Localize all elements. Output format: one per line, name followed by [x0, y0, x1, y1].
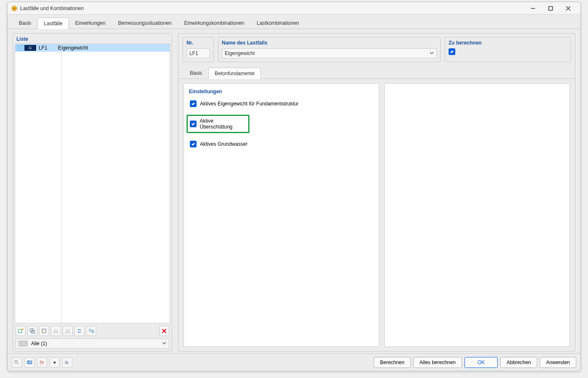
tab-lastkombinationen[interactable]: Lastkombinationen	[250, 17, 305, 29]
anwenden-button[interactable]: Anwenden	[540, 357, 576, 368]
app-icon	[11, 5, 18, 12]
tab-lastfaelle[interactable]: Lastfälle	[37, 18, 69, 29]
group-nr: Nr. LF1	[183, 37, 214, 62]
svg-point-15	[53, 361, 55, 363]
filter-swatch	[18, 341, 28, 346]
ok-button[interactable]: OK	[465, 357, 498, 368]
search-icon[interactable]	[12, 357, 22, 368]
tab-basis[interactable]: Basis	[13, 17, 37, 29]
sub-tabs: Basis Betonfundamente	[178, 66, 575, 79]
label-grundwasser: Aktives Grundwasser	[200, 141, 247, 147]
cut-alt-icon[interactable]	[63, 326, 73, 336]
subtab-betonfundamente[interactable]: Betonfundamente	[208, 68, 261, 79]
select-name[interactable]: Eigengewicht	[222, 48, 437, 58]
category-badge: G	[24, 45, 36, 51]
record-icon[interactable]	[50, 357, 60, 368]
function-icon[interactable]: fx	[62, 357, 72, 368]
cut-icon[interactable]	[51, 326, 61, 336]
svg-rect-2	[18, 330, 22, 333]
chevron-down-icon	[162, 341, 166, 346]
filter-label: Alle (1)	[31, 341, 47, 346]
label-ueberschuettung: Aktive Überschüttung	[200, 118, 247, 130]
label-eigengewicht: Aktives Eigengewicht für Fundamentstrukt…	[200, 101, 299, 107]
group-name: Name des Lastfalls Eigengewicht	[218, 37, 441, 62]
delete-icon[interactable]	[159, 326, 169, 336]
list-panel: Liste G LF1 Eigengewicht 26	[13, 33, 172, 352]
settings-panel: Einstellungen Aktives Eigengewicht für F…	[184, 83, 379, 347]
label-nr: Nr.	[186, 40, 210, 46]
label-calc: Zu berechnen	[449, 40, 567, 46]
bottom-bar: 0,00 fx Berechnen Alles berechnen OK Abb…	[8, 353, 580, 371]
checkbox-grundwasser[interactable]	[190, 141, 197, 147]
minimize-button[interactable]	[524, 3, 542, 14]
tab-einwirkungskombinationen[interactable]: Einwirkungskombinationen	[178, 17, 251, 29]
tab-bemessungssituationen[interactable]: Bemessungssituationen	[112, 17, 178, 29]
filter-select[interactable]: Alle (1)	[16, 339, 169, 349]
load-case-code: LF1	[39, 45, 58, 51]
option-eigengewicht: Aktives Eigengewicht für Fundamentstrukt…	[189, 100, 374, 108]
preview-panel	[384, 83, 570, 347]
abbrechen-button[interactable]: Abbrechen	[500, 357, 537, 368]
option-grundwasser: Aktives Grundwasser	[189, 140, 374, 148]
input-nr[interactable]: LF1	[186, 48, 210, 58]
label-name: Name des Lastfalls	[222, 40, 437, 46]
renumber-icon[interactable]: 26	[86, 326, 96, 336]
maximize-button[interactable]	[542, 3, 559, 14]
svg-text:fx: fx	[65, 360, 69, 365]
precision-icon[interactable]: 0,00	[24, 357, 34, 368]
checkbox-calc[interactable]	[449, 48, 455, 55]
load-case-name: Eigengewicht	[58, 45, 170, 51]
titlebar: Lastfälle und Kombinationen	[8, 2, 580, 15]
structure-icon[interactable]	[37, 357, 47, 368]
svg-text:0,00: 0,00	[28, 360, 32, 365]
window-title: Lastfälle und Kombinationen	[20, 5, 524, 11]
checkbox-eigengewicht[interactable]	[190, 100, 197, 107]
berechnen-button[interactable]: Berechnen	[374, 357, 411, 368]
load-case-list[interactable]: G LF1 Eigengewicht	[15, 44, 170, 323]
subtab-basis[interactable]: Basis	[184, 67, 208, 79]
chevron-down-icon	[430, 50, 434, 56]
new-item-icon[interactable]	[16, 326, 26, 336]
svg-point-12	[15, 360, 18, 363]
svg-text:6: 6	[92, 329, 94, 334]
details-panel: Nr. LF1 Name des Lastfalls Eigengewicht …	[178, 33, 575, 352]
duplicate-icon[interactable]	[27, 326, 37, 336]
checkbox-ueberschuettung[interactable]	[190, 121, 197, 127]
list-heading: Liste	[13, 34, 172, 43]
close-button[interactable]	[559, 3, 577, 14]
svg-rect-1	[549, 6, 553, 10]
settings-title: Einstellungen	[189, 89, 374, 94]
insert-icon[interactable]	[39, 326, 49, 336]
swap-icon[interactable]	[74, 326, 84, 336]
main-tabs: Basis Lastfälle Einwirkungen Bemessungss…	[8, 15, 580, 29]
alles-berechnen-button[interactable]: Alles berechnen	[413, 357, 462, 368]
list-toolbar: 26	[13, 324, 172, 338]
list-item[interactable]: G LF1 Eigengewicht	[15, 44, 170, 52]
tab-einwirkungen[interactable]: Einwirkungen	[69, 17, 112, 29]
option-ueberschuettung: Aktive Überschüttung	[186, 115, 249, 133]
color-swatch	[17, 45, 24, 51]
group-calc: Zu berechnen	[445, 37, 571, 62]
